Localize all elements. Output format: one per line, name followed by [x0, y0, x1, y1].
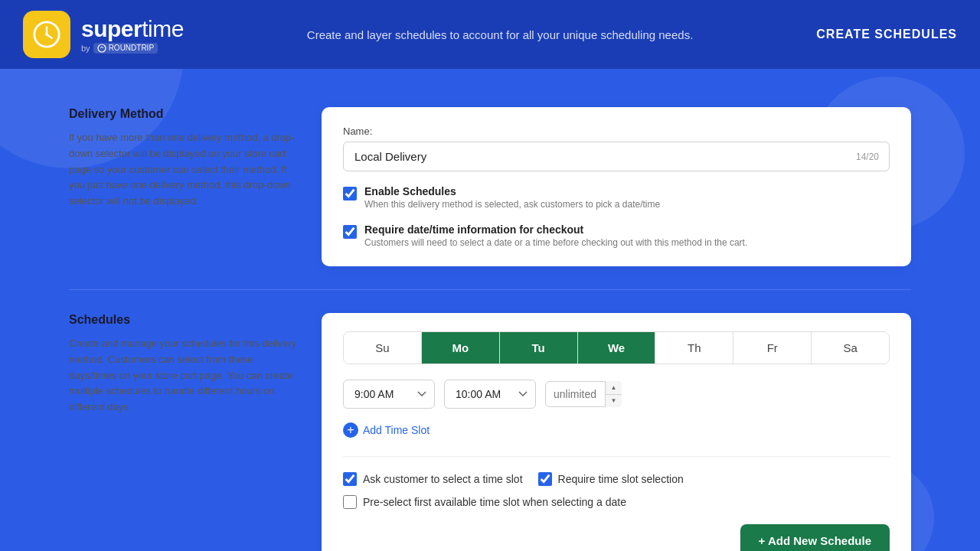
delivery-method-card: Name: 14/20 Enable Schedules When this d…: [322, 107, 911, 266]
require-datetime-checkbox[interactable]: [343, 225, 357, 239]
time-slot-row: 12:00 AM12:30 AM1:00 AM1:30 AM2:00 AM2:3…: [343, 380, 890, 409]
delivery-method-section: Delivery Method If you have more than on…: [69, 84, 911, 290]
logo-bold: super: [81, 16, 142, 41]
require-datetime-row: Require date/time information for checko…: [343, 223, 890, 248]
require-datetime-title: Require date/time information for checko…: [364, 223, 747, 236]
preselect-item[interactable]: Pre-select first available time slot whe…: [343, 495, 890, 509]
enable-schedules-checkbox[interactable]: [343, 187, 357, 201]
enable-schedules-desc: When this delivery method is selected, a…: [364, 199, 660, 210]
stepper-down[interactable]: ▼: [606, 395, 622, 408]
logo-area: supertime by ROUNDTRIP: [23, 11, 184, 58]
require-datetime-desc: Customers will need to select a date or …: [364, 237, 747, 248]
header-cta: CREATE SCHEDULES: [816, 28, 957, 41]
require-time-slot-label: Require time slot selection: [558, 473, 684, 485]
delivery-method-description: If you have more than one delivery metho…: [69, 130, 299, 210]
delivery-method-label-area: Delivery Method If you have more than on…: [69, 107, 299, 266]
day-tabs: Su Mo Tu We Th Fr Sa: [343, 331, 890, 364]
ask-time-slot-label: Ask customer to select a time slot: [363, 473, 523, 485]
require-time-slot-checkbox[interactable]: [538, 472, 552, 486]
capacity-stepper: ▲ ▼: [545, 381, 622, 407]
day-tab-su[interactable]: Su: [344, 332, 422, 364]
preselect-label: Pre-select first available time slot whe…: [363, 496, 626, 508]
day-tab-we[interactable]: We: [578, 332, 656, 364]
day-tab-fr[interactable]: Fr: [733, 332, 812, 364]
schedules-section: Schedules Create and manage your schedul…: [69, 290, 911, 551]
add-schedule-btn-area: + Add New Schedule: [343, 517, 890, 551]
delivery-name-input[interactable]: [343, 142, 890, 171]
day-tab-th[interactable]: Th: [655, 332, 733, 364]
logo-by-text: by: [81, 44, 90, 53]
require-datetime-label-area: Require date/time information for checko…: [364, 223, 747, 248]
day-tab-tu[interactable]: Tu: [500, 332, 578, 364]
char-count: 14/20: [856, 152, 879, 162]
header-tagline: Create and layer schedules to account fo…: [184, 28, 816, 41]
name-label: Name:: [343, 126, 890, 137]
svg-point-3: [45, 33, 48, 36]
schedules-heading: Schedules: [69, 313, 299, 327]
add-new-schedule-button[interactable]: + Add New Schedule: [740, 524, 890, 551]
roundtrip-badge: ROUNDTRIP: [93, 43, 158, 54]
main-content: Delivery Method If you have more than on…: [0, 69, 980, 551]
ask-time-slot-item[interactable]: Ask customer to select a time slot: [343, 472, 523, 486]
ask-time-slot-checkbox[interactable]: [343, 472, 357, 486]
divider: [343, 456, 890, 457]
stepper-up[interactable]: ▲: [606, 381, 622, 395]
stepper-buttons: ▲ ▼: [605, 381, 622, 407]
name-input-wrapper: 14/20: [343, 142, 890, 171]
enable-schedules-label-area: Enable Schedules When this delivery meth…: [364, 185, 660, 210]
add-time-slot-icon: +: [343, 422, 358, 438]
day-tab-sa[interactable]: Sa: [812, 332, 889, 364]
roundtrip-label: ROUNDTRIP: [109, 44, 154, 52]
enable-schedules-title: Enable Schedules: [364, 185, 660, 197]
schedules-description: Create and manage your schedules for thi…: [69, 336, 299, 416]
require-time-slot-item[interactable]: Require time slot selection: [538, 472, 684, 486]
day-tab-mo[interactable]: Mo: [422, 332, 500, 364]
preselect-checkbox[interactable]: [343, 495, 357, 509]
bottom-checks-row1: Ask customer to select a time slot Requi…: [343, 472, 890, 486]
bottom-checks-row2: Pre-select first available time slot whe…: [343, 495, 890, 509]
end-time-select[interactable]: 12:00 AM12:30 AM1:00 AM1:30 AM2:00 AM2:3…: [444, 380, 536, 409]
add-time-slot-label: Add Time Slot: [363, 424, 430, 436]
schedules-card: Su Mo Tu We Th Fr Sa 12:00 AM12:30 AM1:0…: [322, 313, 911, 551]
logo-light: time: [142, 16, 184, 41]
logo-icon: [23, 11, 70, 58]
enable-schedules-row: Enable Schedules When this delivery meth…: [343, 185, 890, 210]
logo-text: supertime by ROUNDTRIP: [81, 16, 184, 54]
add-time-slot-button[interactable]: + Add Time Slot: [343, 419, 430, 441]
start-time-select[interactable]: 12:00 AM12:30 AM1:00 AM1:30 AM2:00 AM2:3…: [343, 380, 435, 409]
schedules-label-area: Schedules Create and manage your schedul…: [69, 313, 299, 551]
app-name: supertime: [81, 16, 184, 41]
logo-subtitle: by ROUNDTRIP: [81, 43, 184, 54]
delivery-method-heading: Delivery Method: [69, 107, 299, 121]
app-header: supertime by ROUNDTRIP Create and layer …: [0, 0, 980, 69]
svg-point-4: [98, 44, 106, 52]
